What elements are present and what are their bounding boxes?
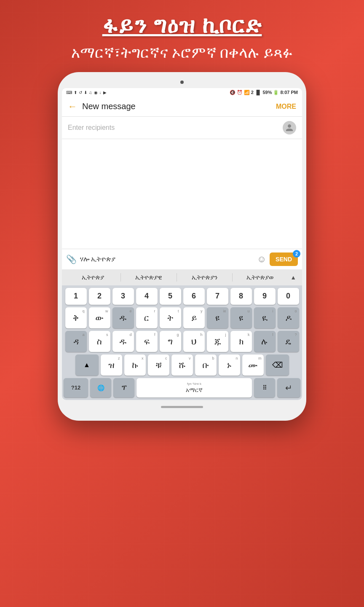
- space-key[interactable]: fyn ግዕዝ k አማርኛ: [136, 378, 252, 398]
- mute-icon: 🔇: [230, 90, 236, 95]
- key-b[interactable]: bቡ: [195, 355, 217, 376]
- key-3[interactable]: 3: [112, 288, 134, 305]
- key-h[interactable]: hህ: [183, 331, 205, 352]
- key-5[interactable]: 5: [160, 288, 181, 305]
- key-x[interactable]: xኩ: [124, 355, 146, 376]
- key-label: 5: [168, 292, 172, 301]
- emoji-button[interactable]: ☺: [257, 254, 266, 265]
- key-9[interactable]: 9: [254, 288, 276, 305]
- space-key-label: አማርኛ: [186, 387, 203, 394]
- key-m[interactable]: mሙ: [242, 355, 264, 376]
- back-button[interactable]: ←: [68, 101, 77, 112]
- recipients-row: Enter recipients: [62, 117, 302, 139]
- key-f[interactable]: fፍ: [136, 331, 158, 352]
- key-e[interactable]: eዱ: [112, 307, 134, 328]
- backspace-key[interactable]: ⌫: [266, 355, 289, 376]
- key-j[interactable]: jጁ: [207, 331, 228, 352]
- key-q[interactable]: qቅ: [65, 307, 87, 328]
- keyboard-row3: ▲ zዝ xኩ cቹ vሹ bቡ nኑ mሙ ⌫: [64, 355, 300, 376]
- battery-level: 59%: [262, 90, 272, 95]
- battery-icon: 🔋: [273, 90, 279, 95]
- alarm-icon: ⏰: [237, 90, 243, 95]
- more-button[interactable]: MORE: [276, 103, 296, 110]
- key-g[interactable]: gግ: [160, 331, 181, 352]
- music-icon: ♫: [89, 90, 92, 95]
- play-icon: ▶: [103, 90, 107, 95]
- keyboard-icon: ⌨: [66, 90, 72, 95]
- keyboard: 1 2 3 4 5 6 7 8 9 0 qቅ wው eዱ rር tት yይ ie…: [62, 285, 302, 400]
- message-input[interactable]: ሃሎ ኢትዮጵያ: [80, 255, 254, 263]
- key-label: 0: [286, 292, 290, 301]
- key-label: 8: [239, 292, 243, 301]
- app-bar: ← New message MORE: [62, 97, 302, 117]
- key-r[interactable]: rር: [136, 307, 158, 328]
- key-i[interactable]: iዪ: [254, 307, 276, 328]
- key-k[interactable]: kክ: [230, 331, 252, 352]
- key-4[interactable]: 4: [136, 288, 158, 305]
- send-button[interactable]: SEND 2: [270, 252, 298, 266]
- key-t[interactable]: tት: [160, 307, 181, 328]
- key-question[interactable]: ?ዴ: [278, 331, 299, 352]
- key-w[interactable]: wው: [89, 307, 110, 328]
- message-compose-area[interactable]: [62, 139, 302, 249]
- keyboard-row1: qቅ wው eዱ rር tት yይ ieዩ uዩ iዪ oዶ: [64, 307, 300, 328]
- dots-key[interactable]: ⠿: [254, 378, 275, 398]
- suggestion-4[interactable]: ኢትዮጵያወ: [233, 272, 288, 283]
- key-u[interactable]: uዩ: [230, 307, 252, 328]
- key-label: 2: [97, 292, 102, 301]
- send-label: SEND: [276, 256, 292, 263]
- key-n[interactable]: nኑ: [219, 355, 240, 376]
- key-sub: q: [82, 309, 84, 313]
- phone-speaker: [180, 81, 184, 84]
- key-8[interactable]: 8: [230, 288, 252, 305]
- sim-indicator: 2: [251, 90, 254, 95]
- key-o[interactable]: oዶ: [278, 307, 299, 328]
- key-a[interactable]: aዳ: [65, 331, 87, 352]
- download-icon: ⬇: [84, 90, 87, 95]
- key-d[interactable]: dዱ: [112, 331, 134, 352]
- key-v[interactable]: vሹ: [171, 355, 193, 376]
- status-bar: ⌨ ⬆ ↺ ⬇ ♫ ◉ ↓ ▶ 🔇 ⏰ 📶 2 ▐▌ 59% 🔋 8:07 PM: [62, 88, 302, 97]
- key-2[interactable]: 2: [89, 288, 110, 305]
- title-area: ፋይን ግዕዝ ኪቦርድ አማርኛ፣ትግርኛና ኦሮምኛ በቀላሉ ይጻፉ: [54, 0, 310, 72]
- key-0[interactable]: 0: [278, 288, 299, 305]
- key-y[interactable]: yይ: [183, 307, 205, 328]
- suggestion-1[interactable]: ኢትዮጵያ: [65, 272, 120, 283]
- keyboard-bottom-row: ?12 🌐 ፕ fyn ግዕዝ k አማርኛ ⠿ ↵: [64, 378, 300, 398]
- key-z[interactable]: zዝ: [101, 355, 122, 376]
- key-label: 4: [145, 292, 149, 301]
- down-icon: ↓: [99, 90, 102, 95]
- app-title-sub: አማርኛ፣ትግርኛና ኦሮምኛ በቀላሉ ይጻፉ: [71, 42, 293, 63]
- phone-screen: ⌨ ⬆ ↺ ⬇ ♫ ◉ ↓ ▶ 🔇 ⏰ 📶 2 ▐▌ 59% 🔋 8:07 PM: [62, 88, 302, 400]
- dot-icon: ◉: [94, 90, 98, 95]
- key-label: 3: [121, 292, 125, 301]
- key-1[interactable]: 1: [65, 288, 87, 305]
- key-s[interactable]: sስ: [89, 331, 110, 352]
- suggestion-3[interactable]: ኢትዮጵያን: [177, 272, 232, 283]
- keyboard-row2: aዳ sስ dዱ fፍ gግ hህ jጁ kክ lሉ ?ዴ: [64, 331, 300, 352]
- num-key[interactable]: ?12: [64, 378, 88, 398]
- signal-bars: ▐▌: [255, 90, 262, 95]
- app-title-main: ፋይን ግዕዝ ኪቦርድ: [71, 13, 293, 39]
- suggestion-2[interactable]: ኢትዮጵያዊ: [121, 272, 176, 283]
- contact-picker-icon[interactable]: [283, 121, 296, 134]
- key-c[interactable]: cቹ: [148, 355, 169, 376]
- key-label: 7: [215, 292, 219, 301]
- shift-key[interactable]: ▲: [75, 355, 99, 376]
- suggestions-bar: ኢትዮጵያ ኢትዮጵያዊ ኢትዮጵያን ኢትዮጵያወ ▲: [62, 269, 302, 285]
- key-l[interactable]: lሉ: [254, 331, 276, 352]
- home-bar[interactable]: [161, 406, 203, 408]
- recipients-input[interactable]: Enter recipients: [68, 124, 283, 132]
- screen-title: New message: [82, 102, 276, 111]
- globe-key[interactable]: 🌐: [90, 378, 111, 398]
- key-7[interactable]: 7: [207, 288, 228, 305]
- key-ie[interactable]: ieዩ: [207, 307, 228, 328]
- key-label: 9: [262, 292, 267, 301]
- key-label: 6: [192, 292, 196, 301]
- send-badge: 2: [293, 250, 300, 258]
- key-6[interactable]: 6: [183, 288, 205, 305]
- attach-icon[interactable]: 📎: [66, 254, 77, 264]
- p-key[interactable]: ፕ: [113, 378, 134, 398]
- chevron-up-icon[interactable]: ▲: [288, 274, 299, 281]
- enter-key[interactable]: ↵: [277, 378, 300, 398]
